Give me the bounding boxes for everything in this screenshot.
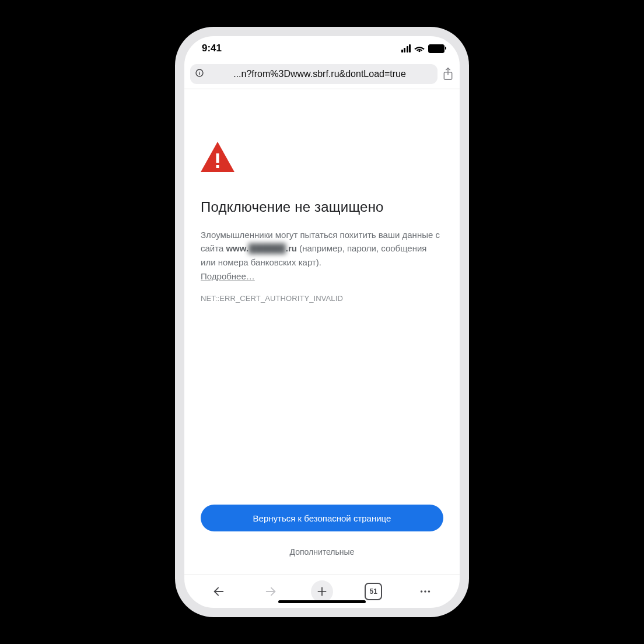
browser-url-bar: ...n?from%3Dwww.sbrf.ru&dontLoad=true xyxy=(184,61,460,89)
svg-point-11 xyxy=(421,590,423,593)
tabs-button[interactable]: 51 xyxy=(362,580,385,603)
svg-point-13 xyxy=(428,590,430,593)
error-description: Злоумышленники могут пытаться похитить в… xyxy=(201,228,443,269)
forward-button[interactable] xyxy=(259,580,282,603)
error-code: NET::ERR_CERT_AUTHORITY_INVALID xyxy=(201,294,443,303)
battery-icon xyxy=(428,44,444,53)
site-info-icon[interactable] xyxy=(195,68,204,80)
back-to-safety-button[interactable]: Вернуться к безопасной странице xyxy=(201,505,443,531)
error-heading: Подключение не защищено xyxy=(201,199,443,215)
learn-more-link[interactable]: Подробнее… xyxy=(201,271,443,281)
advanced-button[interactable]: Дополнительные xyxy=(201,543,443,561)
warning-triangle-icon xyxy=(201,142,235,172)
new-tab-button[interactable] xyxy=(311,580,333,603)
cellular-icon xyxy=(401,44,411,52)
url-field[interactable]: ...n?from%3Dwww.sbrf.ru&dontLoad=true xyxy=(190,64,438,84)
status-bar: 9:41 xyxy=(184,36,460,61)
svg-point-12 xyxy=(425,590,427,593)
svg-rect-6 xyxy=(216,165,219,168)
menu-button[interactable] xyxy=(414,580,437,603)
home-indicator[interactable] xyxy=(278,600,366,603)
svg-point-2 xyxy=(200,71,200,72)
wifi-icon xyxy=(414,45,425,52)
error-site-prefix: www. xyxy=(226,243,249,253)
status-time: 9:41 xyxy=(202,43,222,54)
back-button[interactable] xyxy=(207,580,230,603)
error-site-suffix: .ru xyxy=(286,243,297,253)
share-icon[interactable] xyxy=(442,67,454,81)
error-site-blurred: ██████ xyxy=(249,243,286,253)
url-text: ...n?from%3Dwww.sbrf.ru&dontLoad=true xyxy=(206,69,433,79)
svg-rect-5 xyxy=(216,153,219,163)
tab-count: 51 xyxy=(365,583,382,600)
error-page: Подключение не защищено Злоумышленники м… xyxy=(184,89,460,575)
